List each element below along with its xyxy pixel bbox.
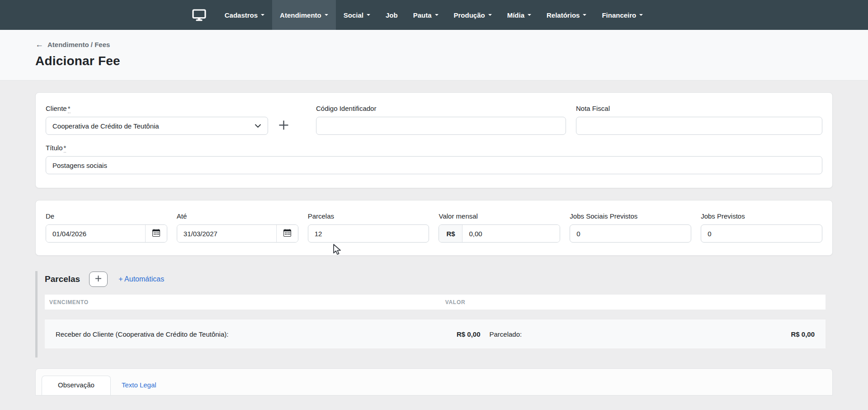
nav-label: Pauta — [413, 11, 432, 19]
nota-fiscal-field-group: Nota Fiscal — [576, 105, 822, 135]
nav-item-financeiro[interactable]: Financeiro — [594, 0, 651, 30]
parcelas-input[interactable] — [308, 224, 429, 243]
fee-identification-card: Cliente* Cooperativa de Crédito de Teutô… — [35, 92, 833, 188]
nav-label: Cadastros — [225, 11, 258, 19]
plus-icon — [278, 119, 289, 132]
de-label: De — [46, 212, 167, 220]
nav-item-cadastros[interactable]: Cadastros — [217, 0, 272, 30]
titulo-input[interactable] — [46, 156, 822, 174]
nav-label: Financeiro — [602, 11, 636, 19]
nav-item-relatorios[interactable]: Relatórios — [539, 0, 594, 30]
parcelas-summary-row: Receber do Cliente (Cooperativa de Crédi… — [45, 319, 826, 348]
required-mark: * — [64, 144, 66, 153]
cliente-field-group: Cliente* Cooperativa de Crédito de Teutô… — [46, 105, 306, 135]
parcelas-section-title: Parcelas — [45, 274, 80, 284]
parcelas-label: Parcelas — [308, 212, 429, 220]
top-navbar: Cadastros Atendimento Social Job Pauta P… — [0, 0, 868, 30]
tab-observacao[interactable]: Observação — [42, 376, 111, 395]
back-arrow-icon[interactable]: ← — [35, 40, 43, 49]
parcelas-section: Parcelas + Automáticas VENCIMENTO VALOR … — [35, 271, 833, 358]
cliente-select[interactable]: Cooperativa de Crédito de Teutônia — [46, 117, 268, 135]
required-mark: * — [68, 105, 71, 113]
caret-down-icon — [261, 14, 264, 16]
cliente-select-value: Cooperativa de Crédito de Teutônia — [52, 122, 159, 130]
add-parcela-button[interactable] — [89, 272, 108, 287]
page-header: ← Atendimento / Fees Adicionar Fee — [0, 30, 868, 81]
codigo-field-group: Código Identificador — [316, 105, 566, 135]
jobs-sociais-label: Jobs Sociais Previstos — [570, 212, 691, 220]
nav-label: Atendimento — [280, 11, 321, 19]
titulo-label-text: Título — [46, 144, 63, 152]
cliente-label: Cliente* — [46, 105, 306, 112]
calendar-icon — [283, 229, 291, 238]
column-header-valor: VALOR — [445, 299, 466, 305]
parcelas-table-header: VENCIMENTO VALOR — [45, 295, 826, 310]
nav-label: Relatórios — [547, 11, 580, 19]
breadcrumb[interactable]: ← Atendimento / Fees — [35, 40, 110, 49]
nav-item-job[interactable]: Job — [378, 0, 406, 30]
receber-label: Receber do Cliente (Cooperativa de Crédi… — [56, 330, 435, 338]
tab-texto-legal[interactable]: Texto Legal — [111, 376, 167, 395]
nav-label: Social — [344, 11, 363, 19]
de-calendar-button[interactable] — [145, 225, 167, 242]
valor-mensal-label: Valor mensal — [439, 212, 560, 220]
caret-down-icon — [325, 14, 328, 16]
valor-mensal-field-group: Valor mensal R$ — [439, 212, 560, 243]
valor-mensal-input[interactable] — [462, 225, 560, 242]
de-input[interactable] — [46, 225, 145, 242]
main-content: Cliente* Cooperativa de Crédito de Teutô… — [0, 81, 868, 396]
caret-down-icon — [435, 14, 439, 16]
parcelado-label: Parcelado: — [490, 330, 522, 338]
page-title: Adicionar Fee — [35, 54, 868, 68]
jobs-sociais-field-group: Jobs Sociais Previstos — [570, 212, 691, 243]
ate-input[interactable] — [177, 225, 276, 242]
column-header-vencimento: VENCIMENTO — [49, 299, 445, 305]
nav-label: Mídia — [507, 11, 524, 19]
nav-label: Job — [386, 11, 398, 19]
receber-value: R$ 0,00 — [435, 330, 481, 338]
nav-item-social[interactable]: Social — [336, 0, 378, 30]
ate-label: Até — [177, 212, 298, 220]
currency-prefix: R$ — [439, 225, 462, 242]
jobs-sociais-input[interactable] — [570, 224, 691, 243]
caret-down-icon — [639, 14, 643, 16]
de-field-group: De — [46, 212, 167, 243]
add-client-button[interactable] — [278, 119, 289, 132]
nav-item-pauta[interactable]: Pauta — [406, 0, 446, 30]
monitor-icon[interactable] — [189, 0, 217, 30]
titulo-label: Título* — [46, 144, 822, 152]
navbar-items: Cadastros Atendimento Social Job Pauta P… — [189, 0, 651, 30]
nav-item-midia[interactable]: Mídia — [500, 0, 539, 30]
nav-label: Produção — [454, 11, 485, 19]
jobs-previstos-label: Jobs Previstos — [701, 212, 822, 220]
caret-down-icon — [583, 14, 586, 16]
parcelas-field-group: Parcelas — [308, 212, 429, 243]
nav-item-producao[interactable]: Produção — [446, 0, 500, 30]
nota-fiscal-input[interactable] — [576, 117, 822, 135]
calendar-icon — [152, 229, 160, 238]
notes-tabs-card: Observação Texto Legal — [35, 368, 833, 396]
chevron-down-icon — [255, 122, 261, 130]
cliente-label-text: Cliente — [46, 105, 67, 112]
titulo-field-group: Título* — [46, 144, 822, 174]
nota-fiscal-label: Nota Fiscal — [576, 105, 822, 112]
ate-field-group: Até — [177, 212, 298, 243]
caret-down-icon — [488, 14, 492, 16]
jobs-previstos-input[interactable] — [701, 224, 822, 243]
ate-calendar-button[interactable] — [276, 225, 298, 242]
nav-item-atendimento[interactable]: Atendimento — [272, 0, 336, 30]
jobs-previstos-field-group: Jobs Previstos — [701, 212, 822, 243]
automaticas-link[interactable]: + Automáticas — [118, 275, 164, 283]
fee-period-card: De Até Parcelas — [35, 200, 833, 256]
caret-down-icon — [367, 14, 370, 16]
breadcrumb-text[interactable]: Atendimento / Fees — [47, 41, 110, 48]
plus-icon — [94, 275, 102, 284]
parcelado-value: R$ 0,00 — [791, 330, 815, 338]
codigo-label: Código Identificador — [316, 105, 566, 112]
caret-down-icon — [528, 14, 531, 16]
codigo-input[interactable] — [316, 117, 566, 135]
